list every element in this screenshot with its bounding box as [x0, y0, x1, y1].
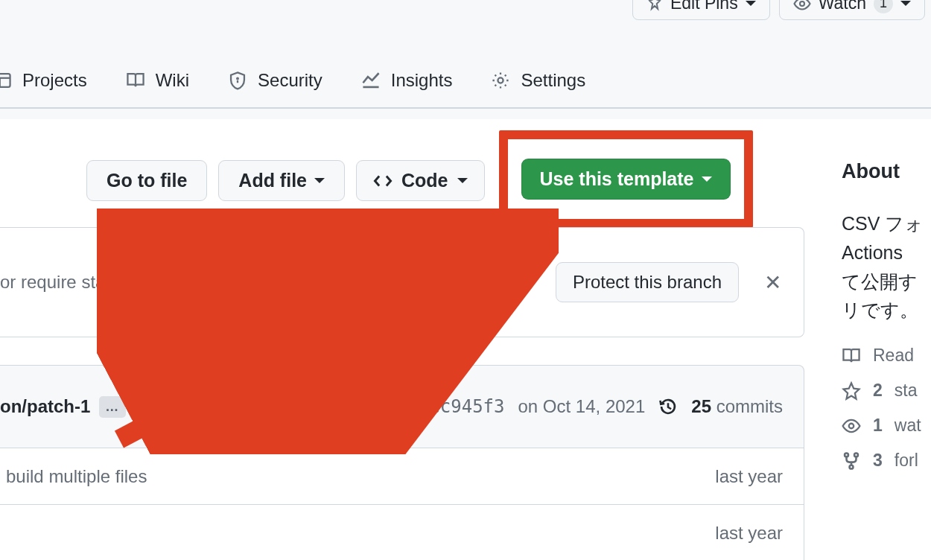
fork-icon	[842, 451, 861, 471]
button-label: Protect this branch	[573, 272, 722, 293]
forks-link[interactable]: 3 forl	[842, 451, 931, 471]
commit-count-number: 25	[691, 396, 711, 416]
graph-icon	[361, 71, 381, 90]
svg-rect-1	[0, 74, 10, 87]
forks-count: 3	[873, 451, 883, 471]
close-icon[interactable]: ✕	[757, 266, 789, 299]
about-sidebar: About CSV フォ Actions ⁠ て公開す リです。 Read 2 …	[842, 160, 931, 471]
eye-icon	[793, 0, 811, 13]
use-template-button[interactable]: Use this template	[521, 159, 731, 200]
watch-count: 1	[874, 0, 893, 13]
tab-wiki[interactable]: Wiki	[126, 70, 189, 91]
watchers-link[interactable]: 1 wat	[842, 416, 931, 436]
about-links: Read 2 sta 1 wat 3 forl	[842, 346, 931, 471]
watch-label: Watch	[819, 0, 866, 13]
branch-name[interactable]: on/patch-1	[0, 396, 90, 417]
caret-down-icon	[746, 1, 756, 6]
annotation-highlight: Use this template	[499, 130, 753, 228]
commit-sha[interactable]: cc945f3	[429, 396, 504, 417]
eye-icon	[842, 416, 861, 436]
repo-header-actions: Edit Pins Watch 1	[632, 0, 931, 20]
about-description: CSV フォ Actions ⁠ て公開す リです。	[842, 209, 931, 325]
tab-insights[interactable]: Insights	[361, 70, 453, 91]
watch-button[interactable]: Watch 1	[779, 0, 925, 20]
readme-label: Read	[873, 346, 914, 366]
caret-down-icon	[702, 176, 712, 182]
tab-label: Projects	[22, 70, 87, 91]
watchers-count: 1	[873, 416, 883, 436]
add-file-button[interactable]: Add file	[218, 160, 345, 201]
repo-actions-row: Go to file Add file Code Use this templa…	[86, 160, 931, 228]
book-icon	[842, 346, 861, 366]
latest-commit-bar: on/patch-1 … cc945f3 on Oct 14, 2021 25 …	[0, 365, 804, 448]
check-icon	[396, 397, 416, 416]
svg-point-7	[498, 77, 503, 83]
history-icon	[658, 397, 678, 416]
shield-icon	[228, 71, 247, 90]
tab-label: Security	[258, 70, 322, 91]
protect-branch-button[interactable]: Protect this branch	[556, 262, 739, 302]
edit-pins-label: Edit Pins	[670, 0, 738, 13]
caret-down-icon	[457, 178, 468, 183]
star-icon	[842, 381, 861, 401]
tab-label: Insights	[391, 70, 453, 91]
svg-point-11	[854, 453, 858, 456]
stars-count: 2	[873, 381, 883, 401]
watchers-label: wat	[895, 416, 921, 436]
commit-message: build multiple files	[6, 466, 147, 487]
svg-point-10	[845, 453, 848, 456]
button-label: Add file	[238, 170, 307, 191]
tab-settings[interactable]: Settings	[491, 70, 585, 91]
kebab-menu[interactable]: …	[99, 396, 126, 418]
repo-nav: Projects Wiki Security Insights Settings	[0, 67, 931, 109]
notice-text: or require status checks before merging.…	[0, 272, 416, 293]
about-heading: About	[842, 160, 931, 183]
svg-point-0	[800, 1, 804, 6]
edit-pins-button[interactable]: Edit Pins	[632, 0, 770, 20]
commit-when: last year	[715, 523, 783, 544]
pin-icon	[646, 0, 663, 12]
tab-projects[interactable]: Projects	[0, 70, 87, 91]
commit-when: last year	[715, 466, 783, 487]
commit-date: on Oct 14, 2021	[518, 396, 645, 417]
code-icon	[373, 171, 393, 191]
caret-down-icon	[900, 1, 911, 6]
svg-point-12	[850, 465, 854, 468]
stars-label: sta	[895, 381, 918, 401]
learn-more-link[interactable]: Learn more	[325, 272, 416, 292]
go-to-file-button[interactable]: Go to file	[86, 160, 207, 201]
stars-link[interactable]: 2 sta	[842, 381, 931, 401]
forks-label: forl	[895, 451, 918, 471]
svg-point-9	[849, 423, 854, 428]
button-label: Go to file	[107, 170, 187, 191]
tab-label: Wiki	[156, 70, 189, 91]
button-label: Use this template	[540, 168, 694, 190]
svg-marker-8	[843, 383, 859, 398]
tab-security[interactable]: Security	[228, 70, 322, 91]
button-label: Code	[401, 170, 448, 191]
table-row[interactable]: build multiple files last year	[0, 448, 804, 505]
file-list: build multiple files last year last year	[0, 448, 804, 560]
tab-label: Settings	[521, 70, 585, 91]
gear-icon	[491, 71, 510, 90]
table-row[interactable]: last year	[0, 505, 804, 560]
svg-point-4	[237, 78, 238, 80]
table-icon	[0, 71, 12, 90]
readme-link[interactable]: Read	[842, 346, 931, 366]
caret-down-icon	[314, 178, 325, 183]
commit-count-label: commits	[716, 396, 783, 416]
book-icon	[126, 71, 145, 90]
code-button[interactable]: Code	[356, 160, 485, 201]
branch-protection-notice: or require status checks before merging.…	[0, 227, 804, 337]
